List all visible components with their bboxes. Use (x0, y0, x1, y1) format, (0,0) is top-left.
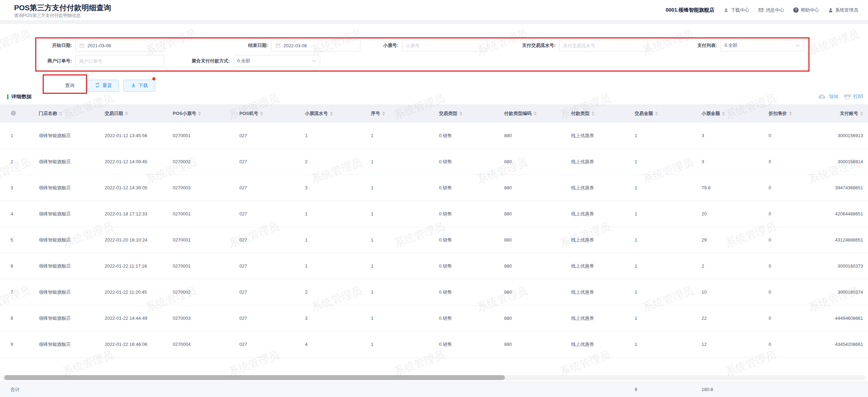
download-button[interactable]: 下载 (123, 80, 155, 92)
ticket-no-field: 小票号: (402, 39, 487, 51)
horizontal-scrollbar-thumb[interactable] (4, 375, 505, 380)
column-header-discount-price[interactable]: 折扣售价 (769, 110, 821, 117)
table-cell: 20 (702, 211, 769, 216)
sort-icon (330, 111, 333, 116)
total-ticket-amount: 180.8 (702, 387, 769, 392)
pay-serial-input[interactable] (563, 43, 644, 48)
pay-list-select[interactable]: 0.全部 (721, 39, 804, 51)
table-cell: 1 (371, 289, 439, 295)
table-cell: 2022-01-22 14:44:49 (105, 316, 173, 321)
table-cell: 4 (305, 342, 371, 347)
table-cell: 1 (371, 316, 439, 321)
agg-pay-method-label: 聚合支付付款方式: (192, 58, 230, 64)
table-cell: 0270001 (173, 237, 239, 243)
column-header-trade-date[interactable]: 交易日期 (105, 110, 173, 117)
column-header-pay-type-code[interactable]: 付款类型编码 (504, 110, 571, 117)
admin-user-link[interactable]: 系统管理员 (828, 7, 858, 13)
column-header-ticket-serial[interactable]: 小票流水号 (305, 110, 371, 117)
total-label: 合计 (0, 386, 39, 393)
table-row: 5领锋智能旗舰店2022-01-20 16:10:240270001027110… (0, 227, 868, 253)
table-cell: 1 (635, 159, 702, 164)
column-header-trade-type[interactable]: 交易类型 (439, 110, 504, 117)
pay-list-field: 支付列表: 0.全部 (721, 39, 804, 51)
merchant-order-input[interactable] (79, 59, 160, 64)
table-cell: 领锋智能旗舰店 (39, 341, 105, 348)
end-date-field: 结束日期: 2022-03-08 (271, 39, 360, 51)
table-cell: 880 (504, 263, 571, 269)
calendar-icon (79, 43, 85, 48)
sort-icon (59, 111, 62, 116)
table-cell: 027 (239, 133, 305, 138)
chevron-down-icon (312, 60, 316, 62)
table-cell: 3000156913 (821, 133, 864, 138)
column-header-seq-no[interactable]: 序号 (371, 110, 439, 117)
table-row: 9领锋智能旗舰店2022-01-22 16:46:060270004027410… (0, 331, 868, 358)
page-subtitle: 查询POS第三方支付付款明细信息 (14, 13, 81, 19)
table-cell: 线上优惠券 (571, 159, 635, 165)
table-cell: 线上优惠券 (571, 211, 635, 217)
table-cell: 线上优惠券 (571, 237, 635, 243)
table-cell: 0.销售 (439, 159, 504, 165)
table-cell: 1 (635, 316, 702, 321)
table-cell: 027 (239, 263, 305, 269)
sort-icon (860, 111, 863, 116)
download-center-link[interactable]: 下载中心 (723, 7, 749, 13)
table-cell: 43124888651 (821, 237, 864, 243)
sort-icon (722, 111, 725, 116)
table-cell: 10 (702, 289, 769, 295)
ticket-no-input[interactable] (406, 43, 483, 48)
column-header-pay-account[interactable]: 支付账号 (821, 110, 864, 117)
pay-serial-field: 支付交易流水号: (559, 39, 648, 51)
table-cell: 0270003 (173, 316, 239, 321)
table-cell: 9 (0, 342, 39, 347)
start-date-input[interactable]: 2021-03-08 (75, 39, 164, 51)
table-cell: 880 (504, 133, 571, 138)
notification-dot (152, 77, 155, 80)
table-cell: 2022-01-12 14:09:45 (105, 159, 173, 164)
table-cell: 880 (504, 237, 571, 243)
message-center-link[interactable]: 消息中心 (758, 7, 784, 13)
table-cell: 1 (305, 211, 371, 216)
chevron-down-icon (796, 44, 800, 47)
pay-serial-input-wrap (559, 39, 648, 51)
table-row: 3领锋智能旗舰店2022-01-12 14:39:050270003027310… (0, 175, 868, 201)
table-cell: 2022-01-12 14:39:05 (105, 185, 173, 190)
table-cell: 线上优惠券 (571, 289, 635, 295)
column-header-ticket-amount[interactable]: 小票金额 (702, 110, 769, 117)
table-cell: 5 (0, 237, 39, 243)
download-icon (131, 83, 136, 89)
column-header-store[interactable]: 门店名称 (39, 110, 105, 117)
help-icon: ? (793, 7, 799, 13)
pay-serial-label: 支付交易流水号: (522, 42, 556, 49)
column-header-pos-machine-no[interactable]: POS机号 (239, 110, 305, 117)
table-total-row: 合计 9 180.8 (0, 381, 868, 397)
table-cell: 12 (702, 342, 769, 347)
help-center-link[interactable]: ? 帮助中心 (793, 7, 819, 13)
horizontal-scrollbar-track (2, 375, 866, 380)
reset-button[interactable]: 重置 (87, 80, 119, 92)
table-cell: 027 (239, 237, 305, 243)
table-cell: 3000160374 (821, 289, 864, 295)
start-date-label: 开始日期: (52, 42, 72, 49)
table-cell: 1 (371, 211, 439, 216)
column-header-pos-ticket-no[interactable]: POS小票号 (173, 110, 239, 117)
user-icon (828, 8, 833, 13)
ticket-no-input-wrap (402, 39, 487, 51)
pos-payment-detail-page: POS第三方支付付款明细查询 查询POS第三方支付付款明细信息 0001.领锋智… (0, 0, 868, 397)
table-cell: 43454208661 (821, 342, 864, 347)
end-date-input[interactable]: 2022-03-08 (271, 39, 360, 51)
query-button[interactable]: 查询 (49, 80, 83, 92)
table-cell: 6 (0, 263, 39, 269)
sort-icon (534, 111, 537, 116)
column-settings-gear[interactable] (0, 110, 39, 117)
column-header-trade-amount[interactable]: 交易金额 (635, 110, 702, 117)
table-cell: 027 (239, 159, 305, 164)
sort-icon (125, 111, 128, 116)
column-header-pay-type[interactable]: 付款类型 (571, 110, 635, 117)
table-cell: 线上优惠券 (571, 341, 635, 348)
table-body: 1领锋智能旗舰店2022-01-12 13:45:560270001027110… (0, 123, 868, 358)
table-cell: 880 (504, 316, 571, 321)
merchant-order-label: 商户订单号: (48, 58, 72, 64)
agg-pay-method-select[interactable]: 0.全部 (233, 55, 320, 67)
table-cell: 3 (305, 316, 371, 321)
